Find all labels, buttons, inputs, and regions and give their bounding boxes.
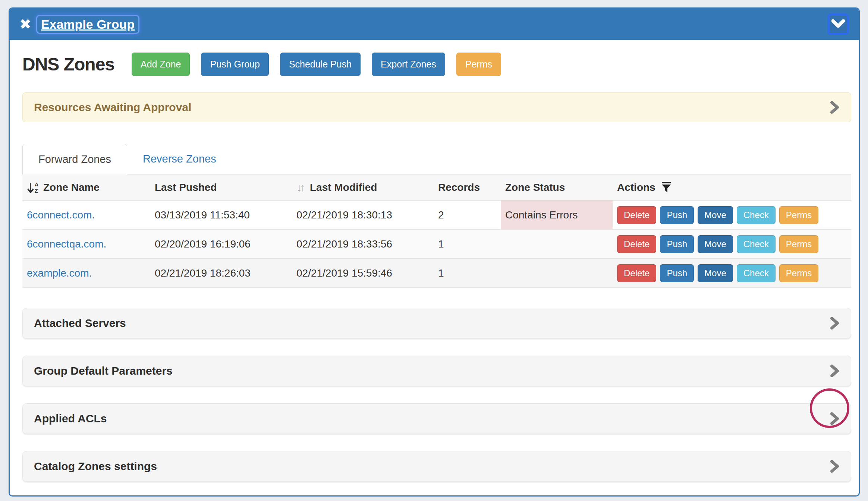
last-modified-value: 02/21/2019 15:59:46 bbox=[292, 259, 434, 287]
panel-label: Group Default Parameters bbox=[34, 365, 173, 377]
column-label: Last Modified bbox=[310, 182, 377, 193]
column-label: Zone Status bbox=[505, 182, 565, 193]
last-pushed-value: 03/13/2019 11:53:40 bbox=[150, 201, 292, 229]
column-label: Last Pushed bbox=[155, 182, 217, 193]
perms-button[interactable]: Perms bbox=[779, 264, 818, 282]
zone-tabs: Forward Zones Reverse Zones bbox=[22, 144, 851, 174]
zone-link[interactable]: 6connectqa.com. bbox=[27, 238, 106, 250]
chevron-right-icon bbox=[830, 317, 840, 330]
row-actions: Delete Push Move Check Perms bbox=[613, 259, 851, 287]
column-records: Records bbox=[434, 174, 501, 200]
filter-icon[interactable] bbox=[661, 181, 672, 194]
records-value: 2 bbox=[434, 201, 501, 229]
group-default-parameters-panel[interactable]: Group Default Parameters bbox=[22, 356, 851, 386]
chevron-right-icon bbox=[830, 412, 840, 425]
svg-text:A: A bbox=[35, 182, 38, 188]
push-button[interactable]: Push bbox=[660, 264, 694, 282]
toolbar: DNS Zones Add Zone Push Group Schedule P… bbox=[22, 53, 851, 76]
page-title: DNS Zones bbox=[22, 54, 114, 75]
export-zones-button[interactable]: Export Zones bbox=[372, 53, 445, 76]
zone-status-cell bbox=[501, 259, 613, 287]
last-pushed-value: 02/20/2019 16:19:06 bbox=[150, 230, 292, 258]
last-modified-value: 02/21/2019 18:33:56 bbox=[292, 230, 434, 258]
column-label: Actions bbox=[617, 182, 655, 193]
svg-text:Z: Z bbox=[35, 188, 38, 194]
window-titlebar: ✖ Example Group bbox=[10, 9, 859, 40]
tab-reverse-zones[interactable]: Reverse Zones bbox=[127, 144, 232, 174]
sort-alpha-asc-icon: A Z bbox=[27, 181, 40, 194]
panel-label: Catalog Zones settings bbox=[34, 460, 157, 473]
last-pushed-value: 02/21/2019 18:26:03 bbox=[150, 259, 292, 287]
column-zone-status: Zone Status bbox=[501, 174, 613, 200]
push-button[interactable]: Push bbox=[660, 235, 694, 253]
perms-button[interactable]: Perms bbox=[779, 206, 818, 224]
sort-updown-icon: ↓↑ bbox=[296, 181, 303, 194]
chevron-right-icon bbox=[830, 101, 840, 114]
check-button[interactable]: Check bbox=[737, 264, 776, 282]
records-value: 1 bbox=[434, 259, 501, 287]
delete-button[interactable]: Delete bbox=[617, 235, 656, 253]
table-row: 6connect.com. 03/13/2019 11:53:40 02/21/… bbox=[22, 201, 851, 230]
perms-button[interactable]: Perms bbox=[779, 235, 818, 253]
applied-acls-panel[interactable]: Applied ACLs bbox=[22, 403, 851, 434]
close-icon[interactable]: ✖ bbox=[19, 17, 31, 31]
table-row: example.com. 02/21/2019 18:26:03 02/21/2… bbox=[22, 259, 851, 288]
panel-label: Attached Servers bbox=[34, 317, 126, 330]
check-button[interactable]: Check bbox=[737, 235, 776, 253]
zone-status-cell bbox=[501, 230, 613, 258]
group-title-link[interactable]: Example Group bbox=[37, 16, 138, 33]
banner-label: Resources Awaiting Approval bbox=[34, 101, 191, 114]
resources-awaiting-approval-panel[interactable]: Resources Awaiting Approval bbox=[22, 92, 851, 122]
records-value: 1 bbox=[434, 230, 501, 258]
attached-servers-panel[interactable]: Attached Servers bbox=[22, 308, 851, 338]
chevron-right-icon bbox=[830, 365, 840, 377]
row-actions: Delete Push Move Check Perms bbox=[613, 230, 851, 258]
group-window: ✖ Example Group DNS Zones Add Zone Push … bbox=[9, 7, 860, 497]
zones-table-header: A Z Zone Name Last Pushed ↓↑ Last Modifi… bbox=[22, 174, 851, 201]
row-actions: Delete Push Move Check Perms bbox=[613, 201, 851, 229]
delete-button[interactable]: Delete bbox=[617, 264, 656, 282]
move-button[interactable]: Move bbox=[698, 264, 733, 282]
push-button[interactable]: Push bbox=[660, 206, 694, 224]
catalog-zones-settings-panel[interactable]: Catalog Zones settings bbox=[22, 451, 851, 482]
tab-forward-zones[interactable]: Forward Zones bbox=[22, 144, 127, 174]
last-modified-value: 02/21/2019 18:30:13 bbox=[292, 201, 434, 229]
column-last-modified[interactable]: ↓↑ Last Modified bbox=[292, 174, 434, 200]
zone-link[interactable]: 6connect.com. bbox=[27, 209, 95, 221]
check-button[interactable]: Check bbox=[737, 206, 776, 224]
move-button[interactable]: Move bbox=[698, 235, 733, 253]
move-button[interactable]: Move bbox=[698, 206, 733, 224]
schedule-push-button[interactable]: Schedule Push bbox=[280, 53, 361, 76]
push-group-button[interactable]: Push Group bbox=[201, 53, 268, 76]
table-row: 6connectqa.com. 02/20/2019 16:19:06 02/2… bbox=[22, 230, 851, 259]
panel-label: Applied ACLs bbox=[34, 412, 107, 425]
collapse-group-button[interactable] bbox=[827, 13, 849, 35]
column-zone-name[interactable]: A Z Zone Name bbox=[22, 174, 150, 200]
column-last-pushed: Last Pushed bbox=[150, 174, 292, 200]
column-label: Records bbox=[438, 182, 480, 193]
add-zone-button[interactable]: Add Zone bbox=[132, 53, 190, 76]
column-actions: Actions bbox=[613, 174, 851, 200]
perms-button[interactable]: Perms bbox=[456, 53, 501, 76]
zone-link[interactable]: example.com. bbox=[27, 267, 92, 279]
delete-button[interactable]: Delete bbox=[617, 206, 656, 224]
chevron-down-icon bbox=[831, 19, 845, 29]
zone-status-badge: Contains Errors bbox=[501, 201, 613, 229]
column-label: Zone Name bbox=[43, 182, 100, 193]
chevron-right-icon bbox=[830, 460, 840, 473]
